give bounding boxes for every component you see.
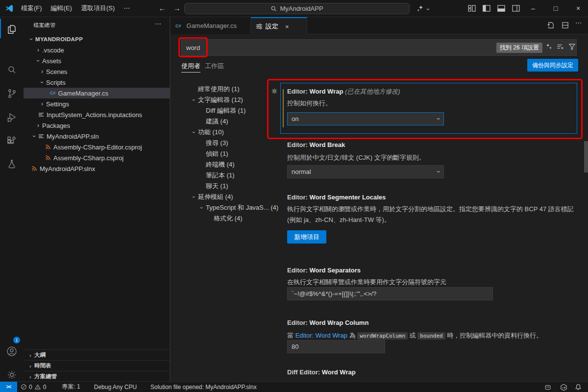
setting-title: Diff Editor: Word Wrap: [287, 368, 356, 376]
project-count-status[interactable]: 專案: 1: [58, 382, 83, 392]
desc-text: 時，控制編輯器中的資料行換行。: [445, 332, 543, 339]
tree-item-root[interactable]: › MYANDROIDAPP: [24, 34, 170, 45]
word-wrap-setting-link[interactable]: Editor: Word Wrap: [295, 332, 347, 339]
tree-item-label: MYANDROIDAPP: [35, 36, 83, 42]
minimize-button[interactable]: –: [523, 0, 543, 17]
toc-features[interactable]: ›功能 (10): [190, 127, 224, 138]
scope-tab-user[interactable]: 使用者: [181, 60, 200, 73]
close-tab-icon[interactable]: ×: [285, 23, 289, 30]
notifications-bell-icon[interactable]: [571, 382, 585, 392]
menu-more[interactable]: ⋯: [119, 2, 134, 14]
accounts-badge: 1: [13, 337, 20, 343]
toggle-panel-icon[interactable]: [497, 5, 505, 12]
toc-chat[interactable]: 聊天 (1): [206, 181, 228, 192]
explorer-view-icon[interactable]: [0, 19, 24, 40]
forward-arrow-icon[interactable]: →: [171, 4, 183, 12]
tree-item-settings-folder[interactable]: › Settings: [24, 98, 170, 109]
add-item-button[interactable]: 新增項目: [287, 230, 326, 244]
scrollbar-thumb[interactable]: [584, 141, 588, 172]
status-label: Solution file opened: MyAndroidAPP.slnx: [150, 384, 257, 391]
word-wrap-select[interactable]: on ›: [287, 112, 444, 125]
toc-terminal[interactable]: 終端機 (4): [206, 159, 235, 170]
back-arrow-icon[interactable]: ←: [156, 4, 169, 12]
close-button[interactable]: ×: [568, 0, 588, 17]
toc-text-editor[interactable]: ›文字編輯器 (12): [190, 95, 243, 105]
setting-title: Editor: Word Wrap (已在其他地方修改): [287, 87, 400, 96]
explorer-more-actions[interactable]: ⋯: [155, 20, 161, 27]
tree-item-assets[interactable]: › Assets: [24, 55, 170, 66]
tree-item-vscode[interactable]: › .vscode: [24, 45, 170, 55]
maximize-button[interactable]: □: [546, 0, 565, 17]
copilot-icon[interactable]: [416, 5, 424, 12]
filter-funnel-icon[interactable]: [568, 43, 576, 50]
toc-label: 建議 (4): [206, 117, 228, 126]
setting-description: 控制如何換行。: [287, 98, 332, 109]
backup-sync-settings-button[interactable]: 備份與同步設定: [527, 59, 578, 72]
tree-item-gamemanager[interactable]: C# GameManager.cs: [24, 88, 170, 98]
toggle-sidebar-icon[interactable]: [483, 5, 490, 12]
open-settings-json-icon[interactable]: [547, 22, 554, 29]
ai-search-sparkle-icon[interactable]: [545, 43, 552, 50]
toc-formatting[interactable]: 格式化 (4): [214, 213, 243, 224]
toc-extensions[interactable]: ›延伸模組 (4): [190, 192, 233, 202]
tab-settings[interactable]: 設定 ×: [251, 17, 307, 35]
chevron-down-icon[interactable]: ›: [425, 8, 432, 10]
solution-status-message[interactable]: Solution file opened: MyAndroidAPP.slnx: [147, 382, 260, 392]
tree-item-csproj-editor[interactable]: Assembly-CSharp-Editor.csproj: [24, 142, 170, 152]
tab-gamemanager[interactable]: C# GameManager.cs: [171, 17, 251, 34]
tree-item-packages[interactable]: › Packages: [24, 120, 170, 131]
toc-label: Diff 編輯器 (1): [206, 106, 245, 115]
menu-bar: 檔案(F) 編輯(E) 選取項目(S) ⋯: [17, 2, 134, 14]
setting-name: Word Separators: [310, 267, 361, 274]
solution-explorer-section[interactable]: › 方案總管: [24, 371, 170, 382]
menu-file[interactable]: 檔案(F): [17, 2, 47, 14]
testing-view-icon[interactable]: [0, 153, 24, 175]
menu-edit[interactable]: 編輯(E): [47, 2, 76, 14]
chevron-expanded-icon: ›: [191, 193, 197, 201]
command-center-search[interactable]: MyAndroidAPP: [184, 3, 410, 14]
vscode-window: 檔案(F) 編輯(E) 選取項目(S) ⋯ ← → MyAndroidAPP ›: [0, 0, 588, 392]
accounts-icon[interactable]: 1: [0, 341, 24, 362]
source-control-view-icon[interactable]: [0, 83, 24, 104]
word-break-select[interactable]: normal ›: [287, 165, 444, 178]
tree-item-inputactions[interactable]: InputSystem_Actions.inputactions: [24, 109, 170, 120]
toggle-secondary-sidebar-icon[interactable]: [512, 5, 520, 12]
word-wrap-column-input[interactable]: 80: [287, 340, 385, 353]
chevron-collapsed-icon: ›: [26, 363, 34, 369]
run-debug-view-icon[interactable]: [0, 106, 24, 128]
toc-typescript[interactable]: ›TypeScript 和 JavaS... (4): [198, 202, 278, 213]
toc-commonly-used[interactable]: 經常使用的 (1): [198, 84, 240, 95]
tree-item-sln[interactable]: › MyAndroidAPP.sln: [24, 131, 170, 142]
build-config-status[interactable]: Debug Any CPU: [91, 382, 140, 392]
tree-item-csproj[interactable]: Assembly-CSharp.csproj: [24, 152, 170, 163]
devkit-status-icon[interactable]: [541, 382, 555, 392]
setting-gear-icon[interactable]: [270, 87, 278, 95]
customize-layout-icon[interactable]: [468, 5, 476, 12]
toc-search[interactable]: 搜尋 (3): [206, 138, 228, 148]
remote-indicator[interactable]: ><: [0, 382, 17, 392]
toc-label: 終端機 (4): [206, 160, 235, 169]
editor-more-actions[interactable]: ⋯: [575, 19, 582, 26]
tree-item-slnx[interactable]: MyAndroidAPP.slnx: [24, 163, 170, 174]
scope-tab-workspace[interactable]: 工作區: [205, 60, 224, 73]
outline-section[interactable]: › 大綱: [24, 349, 170, 360]
split-editor-icon[interactable]: [562, 22, 569, 29]
problems-status[interactable]: 0 0: [17, 382, 49, 392]
list-file-icon: [38, 112, 44, 118]
toc-suggestions[interactable]: 建議 (4): [206, 116, 228, 127]
toc-notebook[interactable]: 筆記本 (1): [206, 170, 235, 181]
toc-diff-editor[interactable]: Diff 編輯器 (1): [206, 105, 245, 116]
toc-label: TypeScript 和 JavaS... (4): [206, 203, 278, 212]
error-icon: [21, 384, 27, 390]
tree-item-label: Scripts: [46, 79, 66, 86]
search-view-icon[interactable]: [0, 59, 24, 81]
timeline-section[interactable]: › 時間表: [24, 360, 170, 371]
word-separators-input[interactable]: `~!@#$%^&*()-=+[{]}\|;:'",.<>/?: [287, 287, 493, 300]
tree-item-scripts[interactable]: › Scripts: [24, 77, 170, 88]
toc-debug[interactable]: 偵錯 (1): [206, 148, 228, 159]
tree-item-scenes[interactable]: › Scenes: [24, 66, 170, 77]
menu-selection[interactable]: 選取項目(S): [76, 2, 119, 14]
extensions-view-icon[interactable]: [0, 130, 24, 151]
clear-filters-icon[interactable]: [557, 43, 564, 50]
csharp-status-icon[interactable]: c#: [557, 382, 570, 392]
